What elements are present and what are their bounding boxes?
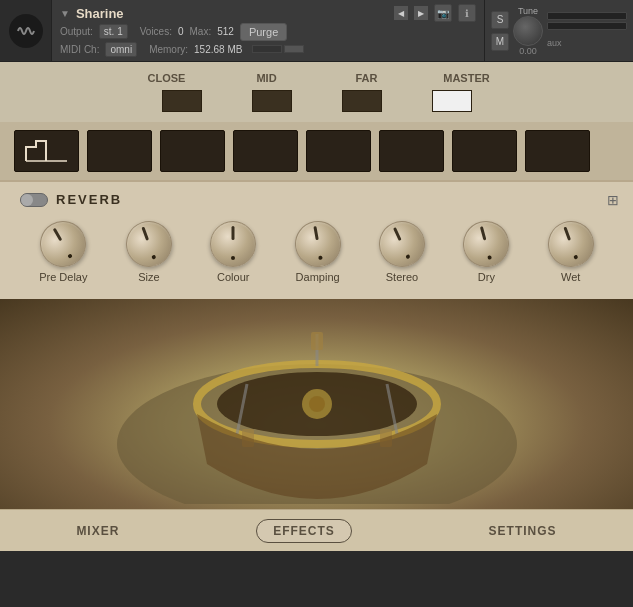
inst-btn-8[interactable] — [525, 130, 590, 172]
inst-btn-4[interactable] — [233, 130, 298, 172]
mixer-btn-far[interactable] — [342, 90, 382, 112]
midi-dropdown[interactable]: omni — [105, 42, 137, 57]
voices-value: 0 — [178, 26, 184, 37]
top-row-1: ▼ Sharine ◀ ▶ 📷 ℹ — [60, 4, 476, 22]
mixer-labels: CLOSE MID FAR MASTER — [142, 72, 492, 84]
mixer-btn-mid[interactable] — [252, 90, 292, 112]
knob-container-size: Size — [126, 221, 172, 283]
s-button[interactable]: S — [491, 11, 509, 29]
svg-point-5 — [309, 396, 325, 412]
mixer-section: CLOSE MID FAR MASTER — [0, 62, 633, 122]
tune-section: Tune 0.00 — [513, 6, 543, 56]
inst-btn-7[interactable] — [452, 130, 517, 172]
svg-rect-11 — [311, 332, 323, 350]
wet-label: Wet — [561, 271, 580, 283]
memory-label: Memory: — [149, 44, 188, 55]
knob-dot — [488, 255, 493, 260]
knob-container-stereo: Stereo — [379, 221, 425, 283]
drum-visual — [0, 299, 633, 509]
stereo-knob[interactable] — [371, 213, 432, 274]
inst-btn-3[interactable] — [160, 130, 225, 172]
memory-value: 152.68 MB — [194, 44, 242, 55]
output-dropdown[interactable]: st. 1 — [99, 24, 128, 39]
knob-container-damping: Damping — [295, 221, 341, 283]
stereo-label: Stereo — [386, 271, 418, 283]
mixer-label-close: CLOSE — [142, 72, 192, 84]
instrument-image — [0, 299, 633, 509]
right-panel: S M Tune 0.00 aux — [484, 0, 633, 61]
reverb-header: REVERB — [20, 192, 613, 207]
level-bars: aux — [547, 12, 627, 50]
knob-dot — [68, 253, 73, 258]
colour-knob[interactable] — [210, 221, 256, 267]
aux-label: aux — [547, 38, 562, 48]
instrument-buttons-row — [0, 122, 633, 180]
mixer-label-master: MASTER — [442, 72, 492, 84]
bottom-nav: MIXER EFFECTS SETTINGS — [0, 509, 633, 551]
reverb-title: REVERB — [56, 192, 122, 207]
m-button[interactable]: M — [491, 33, 509, 51]
mixer-label-mid: MID — [242, 72, 292, 84]
prev-btn[interactable]: ◀ — [394, 6, 408, 20]
damping-knob[interactable] — [291, 217, 344, 270]
reverb-toggle[interactable] — [20, 193, 48, 207]
logo-area — [0, 0, 52, 61]
drum-svg — [117, 304, 517, 504]
predelay-label: Pre Delay — [39, 271, 87, 283]
knobs-row: Pre Delay Size Colour Damping Stereo — [20, 221, 613, 283]
camera-icon[interactable]: 📷 — [434, 4, 452, 22]
knob-dot — [405, 254, 410, 259]
size-label: Size — [138, 271, 159, 283]
size-knob[interactable] — [119, 215, 178, 274]
instrument-info: ▼ Sharine ◀ ▶ 📷 ℹ Output: st. 1 Voices: … — [52, 0, 484, 61]
voices-label: Voices: — [140, 26, 172, 37]
tune-knob[interactable] — [513, 16, 543, 46]
level-bar-top — [547, 12, 627, 20]
mixer-label-far: FAR — [342, 72, 392, 84]
top-row-3: MIDI Ch: omni Memory: 152.68 MB — [60, 42, 476, 57]
damping-label: Damping — [296, 271, 340, 283]
max-value: 512 — [217, 26, 234, 37]
knob-container-predelay: Pre Delay — [39, 221, 87, 283]
tune-value: 0.00 — [519, 46, 537, 56]
top-row-2: Output: st. 1 Voices: 0 Max: 512 Purge — [60, 23, 476, 41]
nav-settings[interactable]: SETTINGS — [473, 520, 573, 542]
predelay-knob[interactable] — [32, 213, 95, 276]
level-bar-bottom — [547, 22, 627, 30]
info-icon[interactable]: ℹ — [458, 4, 476, 22]
nav-mixer[interactable]: MIXER — [60, 520, 135, 542]
expand-icon[interactable]: ⊞ — [607, 192, 619, 208]
knob-container-wet: Wet — [548, 221, 594, 283]
midi-label: MIDI Ch: — [60, 44, 99, 55]
envelope-icon — [24, 139, 69, 164]
output-label: Output: — [60, 26, 93, 37]
inst-btn-6[interactable] — [379, 130, 444, 172]
knob-dot — [151, 255, 156, 260]
colour-label: Colour — [217, 271, 249, 283]
dry-label: Dry — [478, 271, 495, 283]
knob-dot — [318, 255, 323, 260]
knob-container-dry: Dry — [463, 221, 509, 283]
max-label: Max: — [190, 26, 212, 37]
inst-btn-2[interactable] — [87, 130, 152, 172]
knob-container-colour: Colour — [210, 221, 256, 283]
mixer-btn-master[interactable] — [432, 90, 472, 112]
nav-effects[interactable]: EFFECTS — [256, 519, 352, 543]
instrument-name: Sharine — [76, 6, 388, 21]
wet-knob[interactable] — [541, 215, 600, 274]
knob-dot — [573, 255, 578, 260]
reverb-section: REVERB ⊞ Pre Delay Size Colour Dampin — [0, 180, 633, 299]
tune-label: Tune — [518, 6, 538, 16]
envelope-button[interactable] — [14, 130, 79, 172]
next-btn[interactable]: ▶ — [414, 6, 428, 20]
mixer-btn-close[interactable] — [162, 90, 202, 112]
top-bar: ▼ Sharine ◀ ▶ 📷 ℹ Output: st. 1 Voices: … — [0, 0, 633, 62]
inst-btn-5[interactable] — [306, 130, 371, 172]
waves-logo — [9, 14, 43, 48]
mixer-buttons — [162, 90, 472, 112]
knob-dot — [231, 256, 235, 260]
purge-button[interactable]: Purge — [240, 23, 287, 41]
dry-knob[interactable] — [458, 216, 514, 272]
